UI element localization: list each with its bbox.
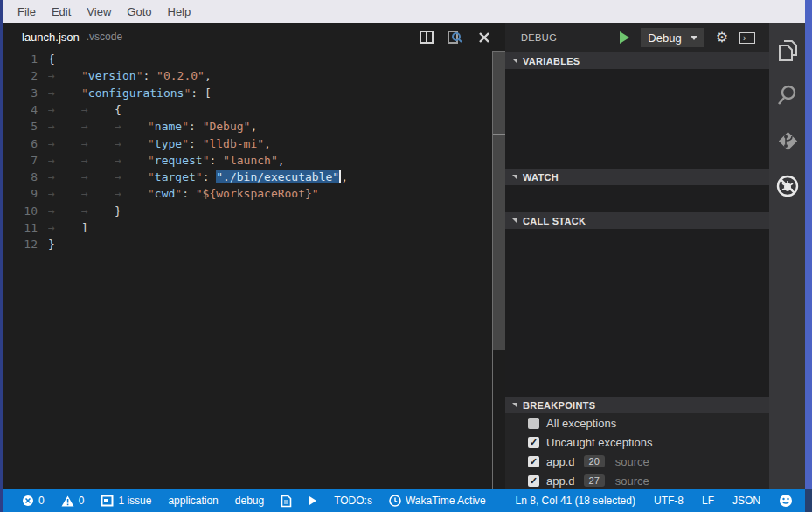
editor-pane: launch.json .vscode 123456789101112 {→"v… — [3, 23, 505, 489]
line-number: 1 — [3, 51, 38, 67]
debug-config-dropdown[interactable]: Debug — [641, 28, 704, 47]
debug-panel-header: DEBUG Debug ⚙ › — [505, 23, 769, 52]
open-preview-icon[interactable] — [448, 30, 462, 45]
warning-count[interactable]: 0 — [61, 495, 85, 507]
menu-item-view[interactable]: View — [79, 5, 119, 18]
tab-whitespace-arrow: → — [81, 152, 115, 169]
collapse-triangle-icon — [512, 59, 517, 64]
checkbox-checked[interactable]: ✓ — [528, 456, 539, 467]
code-line-8[interactable]: →→→"target": "./bin/executable", — [48, 169, 348, 185]
line-number: 3 — [3, 85, 38, 101]
tab-whitespace-arrow: → — [81, 118, 115, 135]
tab-whitespace-arrow: → — [48, 219, 81, 236]
section-label: CALL STACK — [523, 216, 586, 226]
code-line-6[interactable]: →→→"type": "lldb-mi", — [48, 135, 271, 152]
breakpoint-row[interactable]: ✓app.d20source — [505, 452, 769, 471]
code-line-11[interactable]: →] — [48, 219, 88, 236]
code-token: { — [115, 103, 121, 116]
tab-whitespace-arrow: → — [81, 203, 115, 219]
breakpoint-label: All exceptions — [546, 417, 616, 430]
code-token: , — [250, 120, 257, 133]
tab-filename[interactable]: launch.json — [22, 31, 80, 44]
code-token: " — [148, 137, 155, 150]
code-token: , — [205, 69, 212, 82]
code-token: "Debug" — [203, 120, 251, 133]
code-token: : — [189, 137, 203, 150]
code-line-9[interactable]: →→→"cwd": "${workspaceRoot}" — [48, 185, 319, 202]
code-token: version — [88, 69, 136, 82]
tab-whitespace-arrow: → — [48, 85, 81, 101]
eol-status[interactable]: LF — [702, 495, 714, 507]
search-icon[interactable] — [769, 78, 805, 113]
menu-item-goto[interactable]: Goto — [119, 5, 159, 18]
menu-item-edit[interactable]: Edit — [44, 5, 79, 18]
todo-status[interactable]: TODO:s — [334, 495, 372, 507]
code-token: " — [148, 154, 155, 167]
section-header-breakpoints[interactable]: BREAKPOINTS — [505, 397, 769, 413]
wakatime-status[interactable]: WakaTime Active — [389, 495, 486, 507]
files-icon[interactable] — [769, 33, 805, 68]
source-control-icon[interactable] — [769, 123, 805, 158]
code-line-3[interactable]: →"configurations": [ — [48, 85, 212, 101]
code-line-2[interactable]: →"version": "0.2.0", — [48, 67, 212, 84]
tab-whitespace-arrow: → — [81, 185, 115, 202]
breakpoint-row[interactable]: ✓All exceptions — [505, 413, 769, 432]
tab-whitespace-arrow: → — [81, 101, 115, 118]
code-line-1[interactable]: { — [48, 51, 55, 67]
code-line-12[interactable]: } — [48, 236, 55, 253]
section-header-watch[interactable]: WATCH — [505, 169, 769, 185]
selected-text: "./bin/executable" — [216, 170, 339, 183]
language-mode[interactable]: JSON — [732, 495, 760, 507]
run-task-icon[interactable] — [309, 495, 317, 506]
close-editor-icon[interactable] — [476, 30, 491, 45]
issues-status[interactable]: 1 issue — [101, 495, 151, 507]
tab-whitespace-arrow: → — [48, 152, 81, 169]
debug-icon[interactable] — [769, 169, 805, 204]
breakpoint-label: Uncaught exceptions — [546, 436, 652, 449]
cursor-position[interactable]: Ln 8, Col 41 (18 selected) — [516, 495, 635, 507]
vscode-window: FileEditViewGotoHelp launch.json .vscode… — [0, 0, 812, 512]
code-token: " — [175, 187, 182, 200]
debug-console-icon[interactable]: › — [739, 32, 755, 44]
watch-body — [505, 185, 769, 212]
project-status[interactable]: application — [168, 495, 218, 507]
code-line-4[interactable]: →→{ — [48, 101, 121, 118]
code-token: , — [264, 137, 271, 150]
code-line-7[interactable]: →→→"request": "launch", — [48, 152, 285, 169]
line-number: 12 — [3, 236, 38, 253]
window-border-right — [805, 0, 812, 489]
split-editor-icon[interactable] — [419, 30, 434, 45]
checkbox-unchecked[interactable]: ✓ — [528, 418, 539, 429]
warning-icon — [61, 495, 74, 507]
tab-whitespace-arrow: → — [81, 135, 115, 152]
line-number-badge: 27 — [584, 474, 605, 487]
code-line-10[interactable]: →→} — [48, 203, 121, 219]
start-debug-button[interactable] — [620, 31, 629, 44]
debug-sidebar: DEBUG Debug ⚙ › VARIABLES WATCH CALL STA — [505, 23, 769, 489]
configure-gear-icon[interactable]: ⚙ — [716, 31, 728, 45]
issues-icon — [101, 495, 114, 507]
feedback-smiley-icon[interactable] — [779, 494, 793, 508]
menu-item-help[interactable]: Help — [160, 5, 199, 18]
checkbox-checked[interactable]: ✓ — [528, 475, 539, 487]
code-line-5[interactable]: →→→"name": "Debug", — [48, 118, 257, 135]
line-number: 11 — [3, 219, 38, 236]
document-icon[interactable] — [281, 495, 292, 508]
menu-bar: FileEditViewGotoHelp — [3, 0, 805, 23]
checkbox-checked[interactable]: ✓ — [528, 437, 539, 448]
editor-tab-bar[interactable]: launch.json .vscode — [3, 23, 505, 51]
error-count[interactable]: 0 — [22, 495, 45, 507]
encoding-status[interactable]: UTF-8 — [654, 495, 684, 507]
breakpoint-row[interactable]: ✓app.d27source — [505, 471, 769, 490]
tab-whitespace-arrow: → — [48, 67, 81, 84]
line-number: 5 — [3, 118, 38, 135]
section-header-variables[interactable]: VARIABLES — [505, 52, 769, 69]
menu-item-file[interactable]: File — [10, 5, 44, 18]
error-icon — [22, 495, 34, 507]
collapse-triangle-icon — [512, 403, 517, 408]
chevron-down-icon — [691, 36, 697, 40]
breakpoint-row[interactable]: ✓Uncaught exceptions — [505, 432, 769, 452]
build-mode-status[interactable]: debug — [235, 495, 264, 507]
variables-body — [505, 69, 769, 169]
section-header-call-stack[interactable]: CALL STACK — [505, 212, 769, 229]
